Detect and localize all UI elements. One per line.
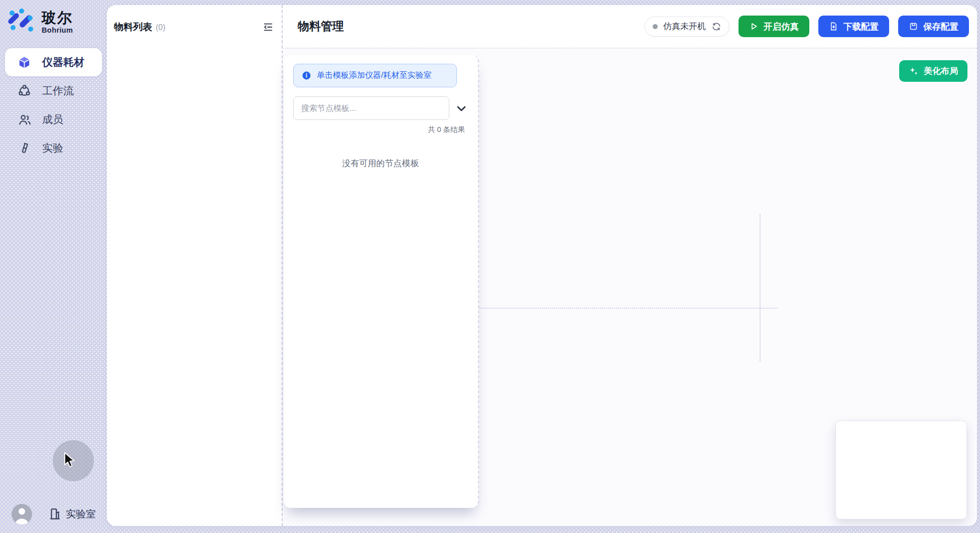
app-root: 玻尔 Bohrium 仪器耗材 工作流: [0, 0, 980, 533]
save-icon: [909, 22, 918, 31]
sidebar-item-workflow[interactable]: 工作流: [5, 77, 102, 105]
brand-name-en: Bohrium: [42, 26, 73, 34]
material-list-header: 物料列表(0): [107, 5, 282, 49]
beautify-layout-button[interactable]: 美化布局: [899, 60, 967, 82]
brand-name-cn: 玻尔: [42, 8, 73, 26]
start-simulation-button[interactable]: 开启仿真: [739, 16, 809, 37]
beautify-layout-label: 美化布局: [924, 65, 958, 77]
file-download-icon: [829, 22, 838, 31]
sidebar-item-label: 工作流: [42, 84, 74, 98]
sidebar-item-instruments[interactable]: 仪器耗材: [5, 48, 102, 76]
templates-tip-text: 单击模板添加仪器/耗材至实验室: [317, 70, 431, 81]
cube-icon: [18, 56, 31, 69]
save-config-label: 保存配置: [923, 21, 958, 33]
sidebar: 玻尔 Bohrium 仪器耗材 工作流: [0, 0, 107, 533]
save-config-button[interactable]: 保存配置: [898, 16, 969, 37]
results-count: 共 0 条结果: [293, 125, 468, 135]
canvas-guide-horizontal: [478, 308, 778, 309]
material-list-panel: 物料列表(0): [107, 5, 282, 526]
sim-status-pill: 仿真未开机: [645, 17, 729, 37]
sidebar-item-label: 仪器耗材: [42, 55, 84, 69]
sidebar-item-experiments[interactable]: 实验: [5, 134, 102, 162]
status-dot-icon: [653, 24, 658, 29]
brand-logo: 玻尔 Bohrium: [0, 0, 107, 34]
material-list-title: 物料列表: [114, 22, 152, 32]
experiment-icon: [18, 142, 31, 155]
download-config-button[interactable]: 下载配置: [818, 16, 889, 37]
info-icon: [302, 71, 311, 80]
lab-switcher[interactable]: 实验室: [48, 507, 96, 521]
sidebar-item-members[interactable]: 成员: [5, 105, 102, 134]
templates-empty-text: 没有可用的节点模板: [293, 158, 468, 169]
sparkles-icon: [909, 66, 919, 76]
bohrium-logo-icon: [8, 8, 34, 34]
building-door-icon: [48, 507, 61, 520]
sidebar-nav: 仪器耗材 工作流 成员: [5, 48, 102, 162]
brand-text: 玻尔 Bohrium: [42, 8, 73, 34]
content-card: 物料列表(0) 物料管理 仿真未开机: [107, 5, 977, 526]
workflow-icon: [18, 84, 31, 98]
sidebar-item-label: 实验: [42, 141, 63, 155]
refresh-icon[interactable]: [711, 22, 721, 32]
chevron-down-icon[interactable]: [455, 102, 467, 114]
main-area: 物料管理 仿真未开机 开启仿真: [282, 5, 977, 526]
main-header: 物料管理 仿真未开机 开启仿真: [283, 5, 977, 49]
material-list-title-row: 物料列表(0): [114, 21, 166, 34]
download-config-label: 下载配置: [843, 21, 879, 33]
sidebar-footer: 实验室: [0, 501, 107, 527]
page-title: 物料管理: [298, 19, 344, 34]
avatar[interactable]: [12, 504, 32, 524]
template-search-input[interactable]: [293, 96, 449, 120]
start-simulation-label: 开启仿真: [764, 21, 799, 33]
sim-status-text: 仿真未开机: [663, 21, 706, 32]
node-templates-panel: 单击模板添加仪器/耗材至实验室 共 0 条结果 没有可用的节点模板: [284, 55, 479, 508]
templates-tip-banner: 单击模板添加仪器/耗材至实验室: [293, 64, 457, 87]
minimap[interactable]: [835, 421, 967, 519]
sidebar-item-label: 成员: [42, 112, 63, 126]
lab-label: 实验室: [66, 507, 96, 521]
canvas-guide-vertical: [760, 214, 761, 361]
template-search-row: [293, 96, 468, 120]
collapse-panel-icon[interactable]: [263, 22, 274, 33]
flow-canvas[interactable]: 单击模板添加仪器/耗材至实验室 共 0 条结果 没有可用的节点模板: [283, 49, 977, 526]
person-silhouette-icon: [12, 504, 32, 524]
material-list-count: (0): [156, 23, 166, 32]
members-icon: [18, 113, 31, 126]
play-icon: [749, 22, 759, 31]
